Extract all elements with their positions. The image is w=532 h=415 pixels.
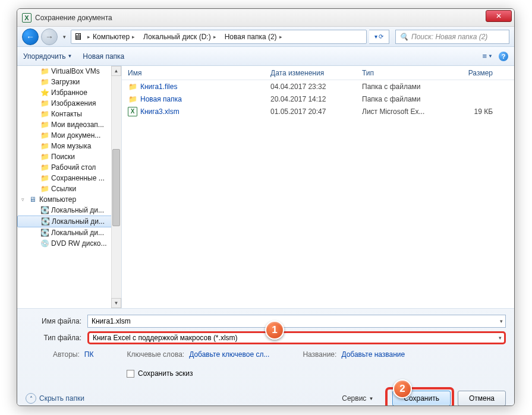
annotation-badge-2: 2 — [393, 379, 412, 398]
tree-item[interactable]: 📁Ссылки — [17, 183, 121, 194]
scroll-thumb[interactable] — [112, 149, 120, 226]
table-row[interactable]: 📁Книга1.files04.04.2017 23:32Папка с фай… — [122, 80, 514, 93]
filetype-select[interactable]: Книга Excel с поддержкой макросов (*.xls… — [87, 331, 506, 344]
navbar: ← → ▾ 🖥 ▸Компьютер▸ Локальный диск (D:)▸… — [17, 27, 514, 47]
column-headers[interactable]: Имя Дата изменения Тип Размер — [122, 66, 514, 80]
bottom-panel: Имя файла: Книга1.xlsm▾ Тип файла: Книга… — [17, 308, 514, 406]
save-dialog: X Сохранение документа ✕ ← → ▾ 🖥 ▸Компью… — [17, 8, 515, 406]
save-thumbnail-label: Сохранить эскиз — [138, 369, 193, 378]
tree-item[interactable]: 💽Локальный ди... — [17, 227, 121, 238]
tree-item[interactable]: 📁Мои видеозап... — [17, 119, 121, 130]
col-type[interactable]: Тип — [357, 69, 449, 77]
keywords-value[interactable]: Добавьте ключевое сл... — [189, 350, 269, 359]
tree-item[interactable]: ▿🖥Компьютер — [17, 194, 121, 205]
title-label: Название: — [303, 350, 336, 359]
tree-item[interactable]: 💽Локальный ди... — [17, 216, 121, 227]
breadcrumb-seg: Локальный диск (D:)▸ — [138, 30, 220, 43]
window-title: Сохранение документа — [35, 14, 112, 22]
chevron-up-icon: ˄ — [26, 393, 36, 404]
computer-icon: 🖥 — [73, 32, 83, 42]
keywords-label: Ключевые слова: — [127, 350, 184, 359]
close-button[interactable]: ✕ — [486, 10, 512, 22]
tree-item[interactable]: 📁Контакты — [17, 109, 121, 119]
magnifier-icon: 🔍 — [399, 33, 408, 41]
tree-item[interactable]: 📁Поиски — [17, 151, 121, 162]
table-row[interactable]: 📁Новая папка20.04.2017 14:12Папка с файл… — [122, 93, 514, 105]
toolbar: Упорядочить▼ Новая папка ≡▼ ? — [17, 47, 514, 66]
forward-button[interactable]: → — [41, 28, 58, 45]
titlebar: X Сохранение документа ✕ — [17, 9, 514, 27]
filename-label: Имя файла: — [26, 317, 87, 325]
tree-item[interactable]: 📁Загрузки — [17, 77, 121, 87]
view-button[interactable]: ≡▼ — [482, 52, 493, 61]
annotation-badge-1: 1 — [265, 321, 284, 340]
breadcrumb-seg: Новая папка (2)▸ — [220, 30, 286, 43]
tree-scrollbar[interactable]: ▲ ▼ — [111, 66, 121, 308]
organize-button[interactable]: Упорядочить▼ — [23, 52, 72, 61]
tree-item[interactable]: 💿DVD RW диско... — [17, 238, 121, 249]
table-row[interactable]: XКнига3.xlsm01.05.2017 20:47Лист Microso… — [122, 105, 514, 118]
tree-item[interactable]: 📁Сохраненные ... — [17, 173, 121, 183]
refresh-button[interactable]: ▾ ⟳ — [369, 30, 389, 44]
authors-value[interactable]: ПК — [84, 350, 94, 359]
tree-item[interactable]: 💽Локальный ди... — [17, 205, 121, 216]
tree-item[interactable]: 📁Мои докумен... — [17, 130, 121, 141]
tree-item[interactable]: 📁Изображения — [17, 98, 121, 109]
col-date[interactable]: Дата изменения — [266, 69, 357, 77]
filetype-label: Тип файла: — [26, 334, 87, 342]
history-dropdown[interactable]: ▾ — [60, 29, 68, 45]
excel-icon: X — [22, 13, 32, 23]
title-value[interactable]: Добавьте название — [341, 350, 405, 359]
back-button[interactable]: ← — [22, 28, 39, 45]
cancel-button[interactable]: Отмена — [458, 391, 506, 406]
tree-item[interactable]: ⭐Избранное — [17, 87, 121, 98]
search-input[interactable]: 🔍 Поиск: Новая папка (2) — [395, 30, 509, 44]
tree-item[interactable]: 📁VirtualBox VMs — [17, 66, 121, 77]
scroll-up-icon[interactable]: ▲ — [111, 66, 121, 76]
breadcrumb[interactable]: 🖥 ▸Компьютер▸ Локальный диск (D:)▸ Новая… — [71, 30, 367, 44]
col-name[interactable]: Имя — [122, 69, 266, 77]
help-icon[interactable]: ? — [499, 52, 508, 61]
nav-tree[interactable]: 📁VirtualBox VMs📁Загрузки⭐Избранное📁Изобр… — [17, 66, 122, 308]
breadcrumb-seg: ▸Компьютер▸ — [83, 30, 138, 43]
tree-item[interactable]: 📁Моя музыка — [17, 141, 121, 151]
scroll-down-icon[interactable]: ▼ — [111, 298, 121, 308]
save-thumbnail-checkbox[interactable] — [127, 370, 134, 378]
file-list: Имя Дата изменения Тип Размер 📁Книга1.fi… — [122, 66, 514, 308]
hide-folders-button[interactable]: ˄ Скрыть папки — [26, 393, 84, 404]
col-size[interactable]: Размер — [449, 69, 498, 77]
authors-label: Авторы: — [53, 350, 80, 359]
tools-button[interactable]: Сервис▼ — [342, 394, 373, 403]
new-folder-button[interactable]: Новая папка — [83, 52, 124, 61]
tree-item[interactable]: 📁Рабочий стол — [17, 162, 121, 173]
filename-input[interactable]: Книга1.xlsm▾ — [87, 315, 506, 328]
